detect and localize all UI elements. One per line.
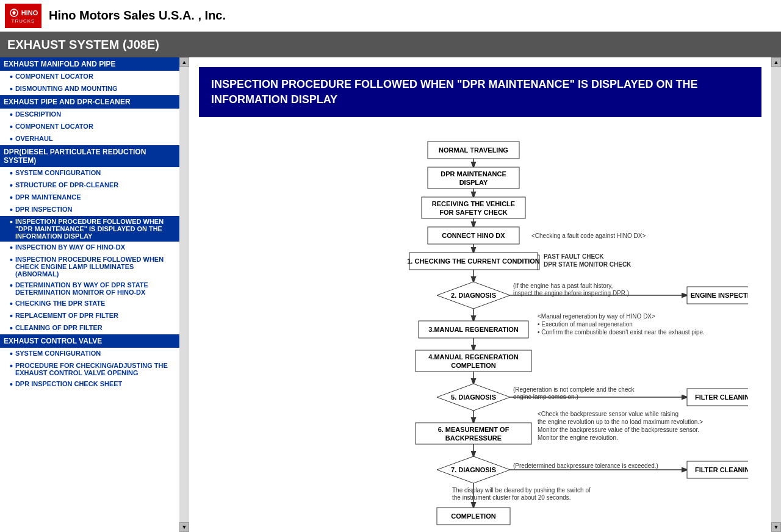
sidebar-bullet-icon: •	[10, 312, 13, 320]
sidebar-item-checking-dpr-state[interactable]: •CHECKING THE DPR STATE	[0, 298, 179, 310]
svg-text:FILTER CLEANING: FILTER CLEANING	[695, 394, 748, 401]
svg-text:PAST FAULT CHECK: PAST FAULT CHECK	[544, 253, 604, 260]
hino-logo-text: HINO	[21, 9, 38, 16]
svg-text:1. CHECKING THE CURRENT CONDIT: 1. CHECKING THE CURRENT CONDITION	[407, 257, 540, 265]
sidebar-item-label: INSPECTION BY WAY OF HINO-DX	[15, 243, 125, 251]
svg-text:Monitor the backpressure value: Monitor the backpressure value of the ba…	[538, 426, 699, 433]
sidebar-item-cleaning-dpr[interactable]: •CLEANING OF DPR FILTER	[0, 322, 179, 334]
svg-text:COMPLETION: COMPLETION	[451, 362, 495, 369]
sidebar-bullet-icon: •	[10, 193, 13, 202]
sidebar-item-procedure-checking[interactable]: •PROCEDURE FOR CHECKING/ADJUSTING THE EX…	[0, 360, 179, 378]
title-bar-text: EXHAUST SYSTEM (J08E)	[7, 38, 159, 52]
sidebar-item-label: STRUCTURE OF DPR-CLEANER	[15, 181, 118, 189]
sidebar-item-label: DPR INSPECTION CHECK SHEET	[15, 380, 122, 387]
svg-text:CONNECT HINO DX: CONNECT HINO DX	[442, 232, 505, 239]
svg-text:ENGINE INSPECTION: ENGINE INSPECTION	[691, 292, 748, 299]
content-scroll-up-arrow[interactable]: ▲	[771, 57, 781, 67]
sidebar-item-label: OVERHAUL	[15, 135, 53, 142]
sidebar-item-component-locator-2[interactable]: •COMPONENT LOCATOR	[0, 121, 179, 133]
sidebar-item-label: INSPECTION PROCEDURE FOLLOWED WHEN CHECK…	[15, 256, 176, 278]
logo-area: HINO TRUCKS	[5, 4, 41, 28]
svg-text:6. MEASUREMENT OF: 6. MEASUREMENT OF	[438, 426, 509, 433]
svg-text:DPR STATE MONITOR CHECK: DPR STATE MONITOR CHECK	[544, 261, 632, 268]
svg-text:(Predetermined backpressure to: (Predetermined backpressure tolerance is…	[513, 462, 658, 469]
svg-text:3.MANUAL REGENERATION: 3.MANUAL REGENERATION	[428, 326, 519, 333]
sidebar-bullet-icon: •	[10, 135, 13, 143]
sidebar-bullet-icon: •	[10, 324, 13, 332]
svg-text:COMPLETION: COMPLETION	[451, 512, 495, 520]
sidebar-item-label: PROCEDURE FOR CHECKING/ADJUSTING THE EXH…	[15, 362, 176, 376]
svg-text:4.MANUAL REGENERATION: 4.MANUAL REGENERATION	[428, 353, 519, 361]
svg-text:the engine revolution up to th: the engine revolution up to the no load …	[538, 419, 703, 425]
sidebar-item-replacement-filter[interactable]: •REPLACEMENT OF DPR FILTER	[0, 310, 179, 322]
sidebar-wrapper: EXHAUST MANIFOLD AND PIPE•COMPONENT LOCA…	[0, 57, 189, 532]
sidebar-bullet-icon: •	[10, 350, 13, 358]
sidebar-item-dpr-maintenance[interactable]: •DPR MAINTENANCE	[0, 192, 179, 204]
main-area: EXHAUST MANIFOLD AND PIPE•COMPONENT LOCA…	[0, 57, 781, 532]
svg-text:<Checking a fault code against: <Checking a fault code against HINO DX>	[531, 232, 646, 239]
sidebar-bullet-icon: •	[10, 73, 13, 81]
sidebar-content[interactable]: EXHAUST MANIFOLD AND PIPE•COMPONENT LOCA…	[0, 57, 179, 532]
svg-text:RECEIVING THE VEHICLE: RECEIVING THE VEHICLE	[432, 200, 515, 207]
svg-text:NORMAL TRAVELING: NORMAL TRAVELING	[439, 146, 508, 154]
content-area[interactable]: INSPECTION PROCEDURE FOLLOWED WHEN "DPR …	[189, 57, 771, 532]
svg-text:DPR MAINTENANCE: DPR MAINTENANCE	[441, 170, 506, 178]
sidebar-item-label: CHECKING THE DPR STATE	[15, 300, 106, 307]
sidebar-scroll-up-arrow[interactable]: ▲	[179, 57, 189, 67]
sidebar-section-exhaust-control-valve[interactable]: EXHAUST CONTROL VALVE	[0, 334, 179, 348]
sidebar-item-label: DESCRIPTION	[15, 110, 61, 118]
svg-text:engine lamp comes on.): engine lamp comes on.)	[513, 394, 578, 400]
svg-text:BACKPRESSURE: BACKPRESSURE	[445, 434, 502, 442]
sidebar-bullet-icon: •	[10, 256, 13, 264]
sidebar-item-dismounting-mounting[interactable]: •DISMOUNTING AND MOUNTING	[0, 83, 179, 95]
svg-text:(Regeneration is not complete : (Regeneration is not complete and the ch…	[513, 386, 635, 393]
trucks-logo-text: TRUCKS	[12, 18, 35, 24]
sidebar-item-label: COMPONENT LOCATOR	[15, 123, 93, 130]
sidebar-item-description[interactable]: •DESCRIPTION	[0, 109, 179, 121]
sidebar-section-exhaust-manifold[interactable]: EXHAUST MANIFOLD AND PIPE	[0, 57, 179, 71]
svg-text:FILTER CLEANING: FILTER CLEANING	[695, 466, 748, 473]
page-title: INSPECTION PROCEDURE FOLLOWED WHEN "DPR …	[199, 67, 761, 117]
sidebar-item-label: SYSTEM CONFIGURATION	[15, 350, 101, 357]
svg-text:<Manual regeneration by way of: <Manual regeneration by way of HINO DX>	[538, 313, 655, 320]
header: HINO TRUCKS Hino Motors Sales U.S.A. , I…	[0, 0, 781, 32]
sidebar-item-determination-dpr[interactable]: •DETERMINATION BY WAY OF DPR STATE DETER…	[0, 279, 179, 298]
sidebar-item-system-config-2[interactable]: •SYSTEM CONFIGURATION	[0, 348, 179, 360]
sidebar-item-label: COMPONENT LOCATOR	[15, 73, 93, 80]
sidebar-scroll-down-arrow[interactable]: ▼	[179, 522, 189, 532]
sidebar-item-inspection-proc-dpr[interactable]: •INSPECTION PROCEDURE FOLLOWED WHEN "DPR…	[0, 216, 179, 242]
logo-box: HINO TRUCKS	[5, 4, 41, 28]
sidebar-bullet-icon: •	[10, 380, 13, 389]
sidebar-item-system-config-1[interactable]: •SYSTEM CONFIGURATION	[0, 167, 179, 179]
sidebar-item-label: DETERMINATION BY WAY OF DPR STATE DETERM…	[15, 281, 176, 296]
sidebar-item-label: CLEANING OF DPR FILTER	[15, 324, 103, 331]
svg-text:(If the engine has a past faul: (If the engine has a past fault history,	[513, 282, 613, 289]
svg-text:the instrument cluster for abo: the instrument cluster for about 20 seco…	[452, 494, 571, 501]
sidebar-bullet-icon: •	[10, 181, 13, 190]
svg-text:7. DIAGNOSIS: 7. DIAGNOSIS	[451, 466, 496, 473]
sidebar-item-inspection-hino-dx[interactable]: •INSPECTION BY WAY OF HINO-DX	[0, 242, 179, 254]
svg-text:DISPLAY: DISPLAY	[459, 179, 488, 186]
sidebar-item-overhaul[interactable]: •OVERHAUL	[0, 133, 179, 145]
sidebar-item-label: DPR MAINTENANCE	[15, 193, 81, 201]
content-scroll-down-arrow[interactable]: ▼	[771, 522, 781, 532]
svg-text:• Confirm the combustible does: • Confirm the combustible doesn't exist …	[538, 329, 705, 336]
sidebar-bullet-icon: •	[10, 218, 13, 226]
sidebar-item-dpr-check-sheet[interactable]: •DPR INSPECTION CHECK SHEET	[0, 378, 179, 390]
sidebar-item-dpr-inspection[interactable]: •DPR INSPECTION	[0, 204, 179, 216]
flowchart-svg: NORMAL TRAVELING DPR MAINTENANCE DISPLAY…	[199, 135, 748, 532]
svg-text:inspect the engine before insp: inspect the engine before inspecting DPR…	[513, 290, 629, 297]
sidebar-item-label: REPLACEMENT OF DPR FILTER	[15, 312, 118, 319]
sidebar-item-label: INSPECTION PROCEDURE FOLLOWED WHEN "DPR …	[15, 218, 176, 240]
sidebar-item-inspection-proc-check[interactable]: •INSPECTION PROCEDURE FOLLOWED WHEN CHEC…	[0, 254, 179, 279]
sidebar-scrollbar: ▲ ▼	[179, 57, 189, 532]
content-scrollbar: ▲ ▼	[771, 57, 781, 532]
svg-text:5. DIAGNOSIS: 5. DIAGNOSIS	[451, 394, 496, 401]
sidebar-bullet-icon: •	[10, 300, 13, 308]
svg-text:<Check the backpressure sensor: <Check the backpressure sensor value whi…	[538, 411, 678, 417]
sidebar-item-structure-dpr[interactable]: •STRUCTURE OF DPR-CLEANER	[0, 179, 179, 192]
sidebar-bullet-icon: •	[10, 123, 13, 131]
sidebar-section-dpr-system[interactable]: DPR(DIESEL PARTICULATE REDUCTION SYSTEM)	[0, 145, 179, 167]
sidebar-section-exhaust-pipe-dpr[interactable]: EXHAUST PIPE AND DPR-CLEANER	[0, 95, 179, 109]
sidebar-item-component-locator-1[interactable]: •COMPONENT LOCATOR	[0, 71, 179, 83]
